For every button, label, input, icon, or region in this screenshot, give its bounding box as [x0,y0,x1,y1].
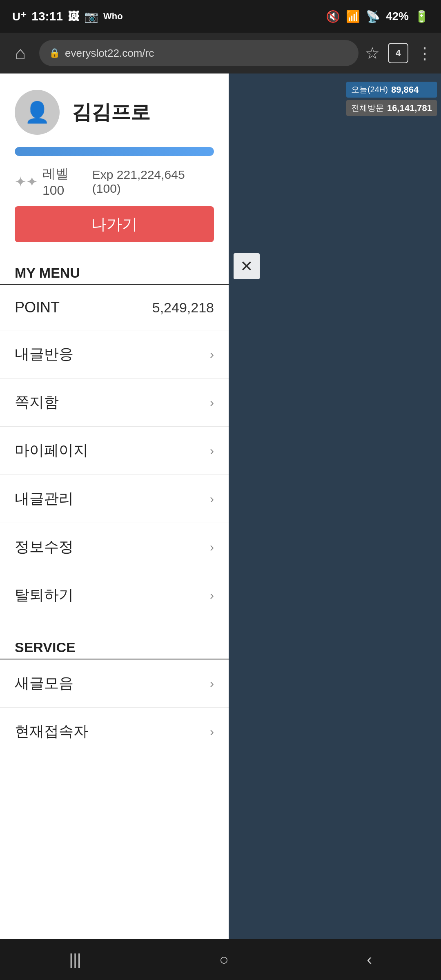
username-label: 김김프로 [72,99,150,125]
total-label: 전체방문 [351,102,384,114]
today-value: 89,864 [391,85,419,95]
mute-icon: 🔇 [326,10,340,23]
camera-icon: 🖼 [68,10,79,23]
status-right: 🔇 📶 📡 42% 🔋 [326,10,429,23]
home-icon: ⌂ [15,43,26,63]
point-row: POINT 5,249,218 [0,285,229,330]
chevron-icon-messages: › [210,396,214,410]
menu-item-edit-info[interactable]: 정보수정 › [0,523,229,571]
lock-icon: 🔒 [49,48,60,58]
nav-back[interactable]: ‹ [367,951,372,969]
menu-item-my-posts[interactable]: 내글관리 › [0,475,229,523]
star-icon[interactable]: ☆ [365,44,380,62]
browser-actions: ☆ 4 ⋮ [365,43,433,63]
level-section: ✦✦ 레벨 100 [15,165,92,198]
bg-stats: 오늘(24H) 89,864 전체방문 16,141,781 [346,82,437,116]
withdraw-label: 탈퇴하기 [15,585,74,605]
side-panel: 👤 김김프로 ✦✦ 레벨 100 Exp 221,224,645 (100) 나… [0,74,229,939]
signal-icon: 📡 [366,10,380,23]
messages-label: 쪽지함 [15,392,59,412]
close-icon: ✕ [240,257,253,275]
xp-bar-bg [15,147,214,156]
service-header: SERVICE [0,631,229,659]
recent-apps-icon: ||| [69,951,81,969]
nav-back-icon: ‹ [367,951,372,969]
url-text: everyslot22.com/rc [65,47,154,60]
total-stat-badge: 전체방문 16,141,781 [346,100,437,116]
battery-label: 42% [386,10,409,23]
who-icon: Who [103,11,123,22]
carrier-label: U⁺ [12,10,27,23]
today-stat-badge: 오늘(24H) 89,864 [346,82,437,98]
nav-home[interactable]: ○ [219,951,229,969]
new-posts-label: 새글모음 [15,673,74,693]
wifi-icon: 📶 [346,10,360,23]
profile-section: 👤 김김프로 [0,74,229,147]
avatar: 👤 [15,90,60,135]
stars-icon: ✦✦ [15,174,38,190]
chevron-icon-new-posts: › [210,677,214,690]
xp-bar-container [15,147,214,156]
level-label: 레벨 100 [42,165,92,198]
chevron-icon-my-page: › [210,444,214,458]
my-page-label: 마이페이지 [15,441,88,461]
exp-label: Exp 221,224,645 (100) [92,168,214,196]
my-menu-list: 내글반응 › 쪽지함 › 마이페이지 › 내글관리 › 정보수정 › 탈퇴하기 … [0,330,229,619]
more-icon[interactable]: ⋮ [416,44,433,62]
battery-icon: 🔋 [414,10,429,23]
close-panel-button[interactable]: ✕ [234,253,260,279]
menu-item-messages[interactable]: 쪽지함 › [0,379,229,427]
point-label: POINT [15,299,60,316]
chevron-icon-online-users: › [210,725,214,739]
tab-count[interactable]: 4 [388,43,408,63]
xp-bar-fill [15,147,214,156]
exit-button[interactable]: 나가기 [15,206,214,242]
my-menu-label: MY MENU [15,265,80,281]
menu-item-withdraw[interactable]: 탈퇴하기 › [0,571,229,619]
menu-item-my-page[interactable]: 마이페이지 › [0,427,229,475]
chevron-icon-my-reactions: › [210,347,214,361]
menu-item-my-reactions[interactable]: 내글반응 › [0,330,229,379]
edit-info-label: 정보수정 [15,537,74,557]
level-exp-row: ✦✦ 레벨 100 Exp 221,224,645 (100) [0,160,229,206]
my-reactions-label: 내글반응 [15,344,74,364]
menu-item-online-users[interactable]: 현재접속자 › [0,708,229,755]
home-button[interactable]: ⌂ [8,41,33,65]
chevron-icon-edit-info: › [210,540,214,554]
online-users-label: 현재접속자 [15,722,88,742]
nav-home-icon: ○ [219,951,229,969]
today-label: 오늘(24H) [351,84,388,95]
point-value: 5,249,218 [152,300,214,316]
total-value: 16,141,781 [387,103,432,114]
exit-label: 나가기 [91,214,138,235]
bottom-nav: ||| ○ ‹ [0,939,441,980]
my-menu-header: MY MENU [0,257,229,285]
chevron-icon-my-posts: › [210,492,214,506]
url-bar[interactable]: 🔒 everyslot22.com/rc [39,40,359,66]
photo-icon: 📷 [84,10,98,23]
menu-item-new-posts[interactable]: 새글모음 › [0,659,229,708]
browser-bar: ⌂ 🔒 everyslot22.com/rc ☆ 4 ⋮ [0,33,441,74]
service-menu-list: 새글모음 › 현재접속자 › [0,659,229,755]
chevron-icon-withdraw: › [210,588,214,602]
status-left: U⁺ 13:11 🖼 📷 Who [12,9,123,23]
status-time: 13:11 [31,9,63,23]
avatar-icon: 👤 [24,100,50,124]
service-label: SERVICE [15,639,76,655]
status-bar: U⁺ 13:11 🖼 📷 Who 🔇 📶 📡 42% 🔋 [0,0,441,33]
nav-recent-apps[interactable]: ||| [69,951,81,969]
my-posts-label: 내글관리 [15,489,74,509]
